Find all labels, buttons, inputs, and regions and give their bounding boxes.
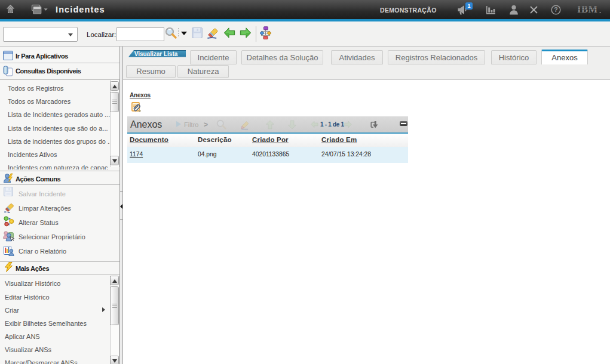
svg-text:IBM: IBM bbox=[577, 5, 598, 14]
svg-text:?: ? bbox=[554, 6, 557, 13]
